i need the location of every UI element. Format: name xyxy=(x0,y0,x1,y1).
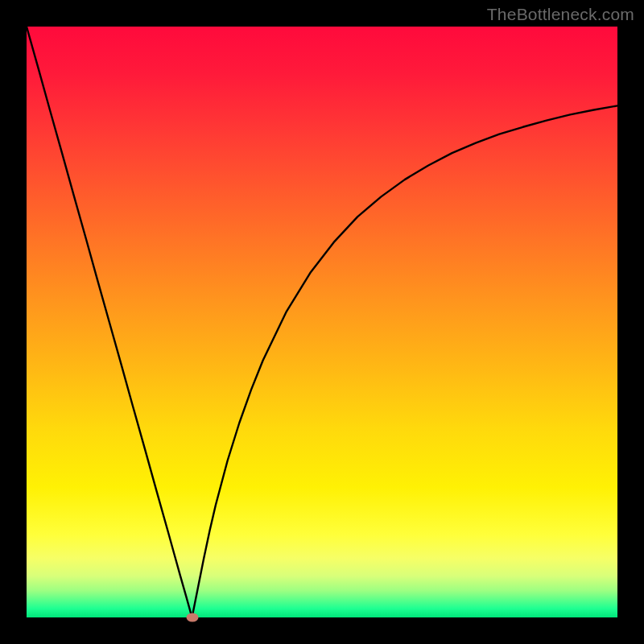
plot-area xyxy=(27,27,617,617)
optimum-marker-dot xyxy=(186,613,198,622)
bottleneck-curve xyxy=(27,27,617,617)
watermark-text: TheBottleneck.com xyxy=(487,5,634,24)
chart-frame: TheBottleneck.com xyxy=(0,0,644,644)
